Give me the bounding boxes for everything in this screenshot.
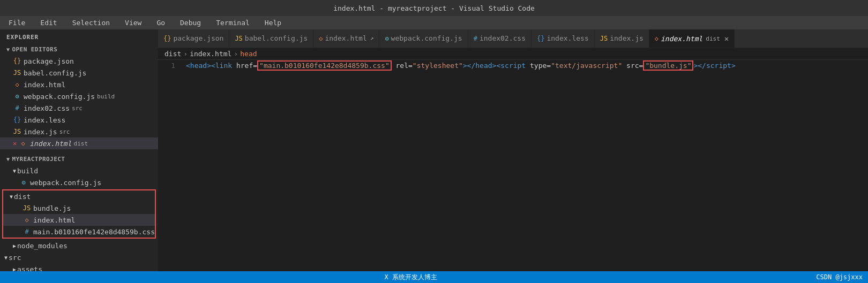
tab-label: babel.config.js — [245, 34, 308, 42]
webpack-config-file[interactable]: ⚙ webpack.config.js — [0, 177, 158, 188]
main-css-file[interactable]: # main.b010160fe142e8d4859b.css — [3, 226, 155, 238]
tab-icon: JS — [235, 35, 242, 42]
file-label: bundle.js — [33, 204, 71, 212]
file-label: main.b010160fe142e8d4859b.css — [33, 228, 155, 236]
open-editor-label: index.less — [24, 116, 65, 124]
open-editor-label: index.html — [29, 140, 71, 148]
status-right: CSDN @jsjxxx — [816, 273, 863, 281]
tab-icon: ◇ — [655, 35, 659, 42]
folder-label: node_modules — [17, 242, 68, 250]
title-text: index.html - myreactproject - Visual Stu… — [333, 4, 535, 12]
tab-index-js[interactable]: JS index.js — [595, 29, 649, 48]
editor-content[interactable]: 1 <head><link href="main.b010160fe142e8d… — [158, 60, 868, 271]
tab-index-html-1[interactable]: ◇ index.html ↗ — [313, 29, 379, 48]
open-editor-index-html[interactable]: ◇ index.html — [0, 79, 158, 90]
node-modules-folder[interactable]: ▶ node_modules — [0, 240, 158, 251]
close-icon[interactable]: ✕ — [13, 140, 17, 147]
build-badge: build — [97, 93, 115, 100]
tab-index02-css[interactable]: # index02.css — [468, 29, 532, 48]
src-badge: src — [72, 105, 83, 112]
menu-selection[interactable]: Selection — [69, 18, 113, 28]
dist-badge: dist — [74, 140, 88, 147]
open-editor-css[interactable]: # index02.css src — [0, 102, 158, 114]
tag-open2: < — [211, 62, 215, 70]
menu-view[interactable]: View — [122, 18, 145, 28]
tag-bracket: >< — [492, 62, 501, 70]
less-icon: {} — [13, 116, 21, 124]
tab-icon: JS — [600, 35, 608, 42]
project-arrow: ▼ — [6, 156, 10, 162]
css-icon: # — [13, 104, 21, 112]
open-editor-less[interactable]: {} index.less — [0, 114, 158, 126]
tab-icon: {} — [163, 35, 171, 42]
tab-webpack[interactable]: ⚙ webpack.config.js — [379, 29, 468, 48]
href-value: "main.b010160fe142e8d4859b.css" — [257, 60, 392, 71]
status-bar: X 系统开发人博主 CSDN @jsjxxx — [0, 271, 868, 283]
html-icon: ◇ — [23, 216, 31, 224]
tab-close-button[interactable]: ✕ — [724, 34, 729, 43]
tag-open: < — [186, 62, 190, 70]
breadcrumb-sep1: › — [183, 50, 188, 58]
attr-type: type= — [526, 62, 551, 70]
tab-label: index.less — [547, 34, 588, 42]
js-icon: JS — [13, 128, 21, 135]
breadcrumb-index-html[interactable]: index.html — [190, 50, 231, 58]
build-folder[interactable]: ▼ build — [0, 165, 158, 177]
tab-package-json[interactable]: {} package.json — [158, 29, 229, 48]
src-folder[interactable]: ▼ src — [0, 251, 158, 263]
menu-file[interactable]: File — [5, 18, 28, 28]
project-label: MYREACTPROJECT — [12, 156, 65, 163]
menu-help[interactable]: Help — [261, 18, 285, 28]
menu-go[interactable]: Go — [153, 18, 168, 28]
open-editor-package-json[interactable]: {} package.json — [0, 55, 158, 67]
tab-dist-badge: dist — [706, 35, 720, 42]
open-editor-label: index.js — [24, 128, 57, 136]
dist-folder[interactable]: ▼ dist — [3, 190, 155, 202]
tab-label: index.html — [325, 34, 366, 42]
css-icon: # — [23, 228, 31, 235]
tag-close-head: /head — [471, 62, 492, 70]
open-editor-label: package.json — [24, 57, 74, 65]
tab-babel[interactable]: JS babel.config.js — [229, 29, 313, 48]
folder-arrow-icon: ▼ — [13, 168, 16, 174]
open-editor-babel[interactable]: JS babel.config.js — [0, 67, 158, 79]
menu-edit[interactable]: Edit — [37, 18, 60, 28]
tag-close-script: ></script> — [693, 62, 735, 70]
tab-index-html-dist[interactable]: ◇ index.html dist ✕ — [649, 29, 735, 48]
tab-index-less[interactable]: {} index.less — [532, 29, 595, 48]
tag-head: head — [190, 62, 207, 70]
html-modified-icon: ◇ — [19, 140, 27, 147]
attr-src: src= — [622, 62, 643, 70]
src-value: "bundle.js" — [643, 60, 693, 71]
assets-folder[interactable]: ▶ assets — [0, 263, 158, 271]
menu-terminal[interactable]: Terminal — [213, 18, 253, 28]
folder-arrow-icon: ▼ — [10, 194, 13, 200]
tab-label: index.js — [610, 34, 643, 42]
app-layout: index.html - myreactproject - Visual Stu… — [0, 0, 868, 283]
dist-index-html[interactable]: ◇ index.html — [3, 214, 155, 226]
webpack-icon: ⚙ — [13, 93, 21, 100]
menu-debug[interactable]: Debug — [177, 18, 204, 28]
webpack-icon: ⚙ — [19, 179, 28, 186]
tab-label: index.html — [661, 35, 702, 43]
open-editor-index-html-dist[interactable]: ✕ ◇ index.html dist — [0, 137, 158, 149]
folder-arrow-icon: ▼ — [4, 255, 8, 261]
menu-bar: File Edit Selection View Go Debug Termin… — [0, 16, 868, 29]
bundle-js-file[interactable]: JS bundle.js — [3, 202, 155, 214]
folder-label: dist — [14, 193, 31, 201]
open-editor-webpack[interactable]: ⚙ webpack.config.js build — [0, 90, 158, 102]
tab-label: index02.css — [480, 34, 526, 42]
src-badge2: src — [59, 128, 70, 135]
js-icon: JS — [13, 69, 21, 77]
tab-bar: {} package.json JS babel.config.js ◇ ind… — [158, 29, 868, 48]
open-editor-indexjs[interactable]: JS index.js src — [0, 126, 158, 137]
tab-icon: ⚙ — [385, 35, 388, 42]
open-editors-section: ▼ OPEN EDITORS — [0, 43, 158, 55]
tab-label: package.json — [173, 34, 223, 42]
project-section: ▼ MYREACTPROJECT — [0, 152, 158, 165]
breadcrumb-head[interactable]: head — [240, 50, 257, 58]
folder-arrow-icon: ▶ — [13, 243, 16, 249]
folder-label: build — [17, 167, 38, 175]
breadcrumb-dist[interactable]: dist — [164, 50, 181, 58]
js-icon: JS — [23, 204, 31, 212]
